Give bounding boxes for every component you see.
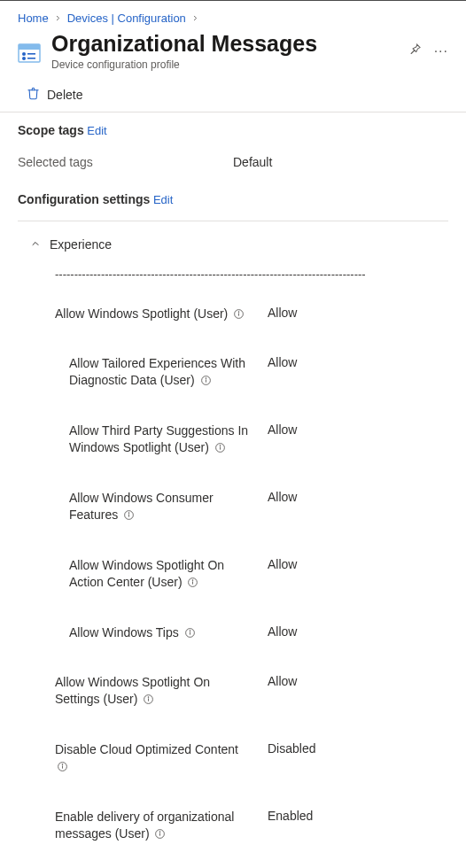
setting-row: Allow Windows Consumer Features Allow: [0, 481, 466, 548]
more-icon[interactable]: ···: [434, 43, 448, 59]
setting-row: Disable Cloud Optimized Content Disabled: [0, 732, 466, 800]
chevron-up-icon: [30, 237, 41, 252]
trash-icon[interactable]: [27, 87, 40, 103]
selected-tags-label: Selected tags: [18, 155, 233, 169]
info-icon[interactable]: [233, 308, 245, 320]
setting-row: Allow Windows Tips Allow: [0, 616, 466, 666]
info-icon[interactable]: [143, 694, 154, 705]
selected-tags-row: Selected tags Default: [0, 141, 466, 192]
page-header: Organizational Messages Device configura…: [0, 32, 466, 83]
svg-point-23: [190, 630, 190, 631]
svg-point-2: [22, 52, 26, 56]
breadcrumb: Home Devices | Configuration: [0, 1, 466, 32]
svg-point-11: [206, 378, 206, 379]
svg-rect-1: [19, 44, 40, 50]
svg-rect-5: [27, 58, 35, 59]
setting-value: Allow: [268, 624, 297, 639]
setting-label: Allow Windows Spotlight (User): [55, 306, 268, 322]
page-subtitle: Device configuration profile: [51, 58, 408, 71]
info-icon[interactable]: [57, 761, 68, 772]
setting-label: Allow Tailored Experiences With Diagnost…: [69, 355, 268, 389]
setting-row: Allow Windows Spotlight On Action Center…: [0, 548, 466, 616]
config-edit-link[interactable]: Edit: [153, 193, 173, 206]
setting-row: Allow Third Party Suggestions In Windows…: [0, 414, 466, 481]
svg-point-4: [22, 57, 26, 60]
setting-value: Allow: [268, 557, 297, 571]
group-name: Experience: [50, 237, 112, 252]
setting-value: Allow: [268, 490, 297, 504]
setting-row: Enable delivery of organizational messag…: [0, 800, 466, 867]
config-settings-title: Configuration settings: [18, 192, 150, 206]
selected-tags-value: Default: [233, 155, 448, 169]
setting-row: Allow Tailored Experiences With Diagnost…: [0, 346, 466, 414]
separator-dashes: ----------------------------------------…: [0, 262, 466, 297]
info-icon[interactable]: [214, 442, 226, 453]
config-settings-section: Configuration settings Edit: [0, 192, 466, 210]
breadcrumb-home[interactable]: Home: [18, 12, 49, 25]
setting-value: Disabled: [268, 741, 315, 756]
info-icon[interactable]: [187, 577, 198, 588]
setting-label: Allow Windows Tips: [69, 624, 268, 641]
setting-label: Allow Windows Consumer Features: [69, 490, 268, 523]
info-icon[interactable]: [200, 375, 212, 386]
pin-icon[interactable]: [408, 43, 422, 59]
svg-point-17: [128, 512, 129, 513]
setting-value: Allow: [268, 306, 297, 320]
svg-point-20: [193, 579, 194, 580]
setting-value: Allow: [268, 674, 297, 688]
svg-point-29: [62, 764, 63, 765]
setting-value: Allow: [268, 422, 297, 437]
svg-point-14: [220, 446, 221, 446]
svg-point-8: [238, 311, 239, 312]
setting-value: Enabled: [268, 809, 313, 823]
profile-icon: [18, 42, 41, 65]
chevron-right-icon: [54, 12, 62, 25]
breadcrumb-devices[interactable]: Devices | Configuration: [67, 12, 186, 25]
group-experience-header[interactable]: Experience: [0, 221, 466, 262]
setting-value: Allow: [268, 355, 297, 369]
toolbar: Delete: [0, 83, 466, 112]
chevron-right-icon: [191, 12, 199, 25]
setting-row: Allow Windows Spotlight (User) Allow: [0, 297, 466, 347]
info-icon[interactable]: [123, 509, 135, 521]
setting-label: Enable delivery of organizational messag…: [55, 809, 268, 842]
svg-point-26: [148, 697, 149, 698]
scope-tags-title: Scope tags: [18, 123, 84, 137]
setting-label: Allow Windows Spotlight On Settings (Use…: [55, 674, 268, 708]
setting-label: Disable Cloud Optimized Content: [55, 741, 268, 775]
delete-button[interactable]: Delete: [47, 88, 82, 102]
info-icon[interactable]: [184, 627, 196, 639]
setting-label: Allow Third Party Suggestions In Windows…: [69, 422, 268, 456]
setting-label: Allow Windows Spotlight On Action Center…: [69, 557, 268, 591]
scope-edit-link[interactable]: Edit: [87, 124, 106, 137]
svg-rect-3: [27, 53, 35, 55]
info-icon[interactable]: [154, 828, 166, 840]
page-title: Organizational Messages: [51, 32, 408, 57]
scope-tags-section: Scope tags Edit: [0, 112, 466, 141]
setting-row: Allow Windows Spotlight On Settings (Use…: [0, 665, 466, 732]
svg-point-32: [160, 831, 161, 832]
